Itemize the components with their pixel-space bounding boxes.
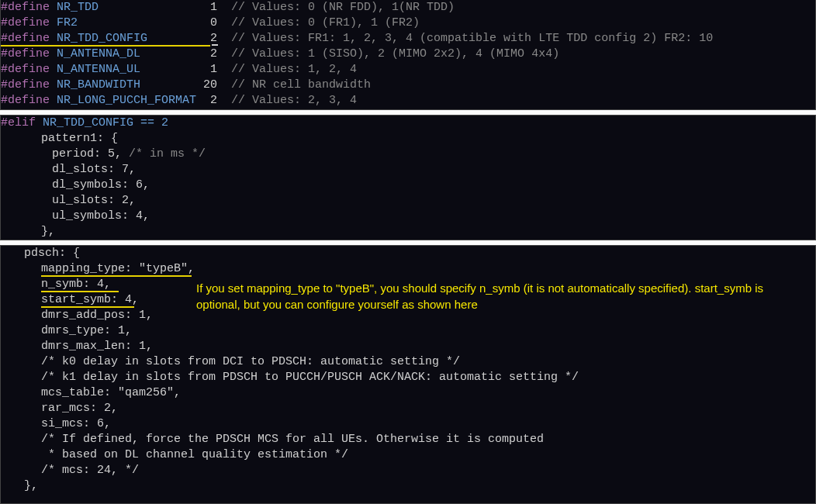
define-name: NR_LONG_PUCCH_FORMAT	[57, 94, 203, 107]
define-keyword: #define	[1, 1, 57, 14]
pdsch-comment-mcs-val: /* mcs: 24, */	[1, 463, 815, 478]
define-keyword: #define	[1, 47, 57, 60]
define-value: 20	[203, 78, 231, 91]
define-comment: // NR cell bandwidth	[231, 78, 371, 91]
elif-keyword: #elif	[1, 116, 36, 129]
define-value: 2	[203, 47, 231, 60]
pdsch-si-mcs: si_mcs: 6,	[1, 416, 815, 432]
define-comment: // Values: 0 (NR FDD), 1(NR TDD)	[231, 1, 455, 14]
define-row: #define NR_LONG_PUCCH_FORMAT 2 // Values…	[1, 93, 815, 109]
annotation-text: If you set mapping_type to "typeB", you …	[196, 280, 801, 312]
define-comment: // Values: 1, 2, 4	[231, 63, 357, 76]
pdsch-panel: pdsch: { mapping_type: "typeB", n_symb: …	[0, 245, 816, 504]
define-value: 0	[203, 16, 231, 29]
pdsch-comment-k0: /* k0 delay in slots from DCI to PDSCH: …	[1, 354, 815, 370]
define-name: NR_TDD_CONFIG	[57, 32, 203, 45]
pattern1-period-comment: /* in ms */	[129, 147, 206, 161]
define-comment: // Values: 2, 3, 4	[231, 94, 357, 107]
pdsch-mcs-table: mcs_table: "qam256",	[1, 385, 815, 401]
define-keyword: #define	[1, 16, 57, 29]
define-row: #define NR_TDD_CONFIG 2 // Values: FR1: …	[1, 31, 815, 47]
pdsch-open: pdsch: {	[1, 246, 815, 261]
defines-panel: #define NR_TDD 1 // Values: 0 (NR FDD), …	[0, 0, 816, 110]
pdsch-comment-mcs-a: /* If defined, force the PDSCH MCS for a…	[1, 432, 815, 447]
define-name: NR_TDD	[57, 1, 203, 14]
define-name: N_ANTENNA_UL	[57, 63, 203, 76]
define-row: #define NR_TDD 1 // Values: 0 (NR FDD), …	[1, 0, 815, 16]
define-value: 1	[203, 63, 231, 76]
define-row: #define N_ANTENNA_DL 2 // Values: 1 (SIS…	[1, 47, 815, 62]
pattern1-open: pattern1: {	[1, 131, 815, 147]
pattern1-close: },	[1, 224, 815, 240]
pattern1-dl-slots: dl_slots: 7,	[1, 162, 815, 178]
define-comment: // Values: 1 (SISO), 2 (MIMO 2x2), 4 (MI…	[231, 47, 559, 60]
define-value: 2	[203, 94, 231, 107]
define-keyword: #define	[1, 78, 57, 91]
define-value: 1	[203, 1, 231, 14]
pdsch-close: },	[1, 478, 815, 494]
elif-panel: #elif NR_TDD_CONFIG == 2 pattern1: { per…	[0, 115, 816, 240]
define-name: NR_BANDWIDTH	[57, 78, 203, 91]
define-row: #define FR2 0 // Values: 0 (FR1), 1 (FR2…	[1, 16, 815, 31]
define-row: #define NR_BANDWIDTH 20 // NR cell bandw…	[1, 78, 815, 93]
pattern1-period: period: 5, /* in ms */	[1, 147, 815, 162]
pdsch-mapping-type: mapping_type: "typeB",	[1, 261, 815, 277]
define-value: 2	[203, 32, 231, 45]
define-keyword: #define	[1, 63, 57, 76]
pdsch-rar-mcs: rar_mcs: 2,	[1, 401, 815, 416]
pattern1-dl-symbols: dl_symbols: 6,	[1, 178, 815, 193]
define-row: #define N_ANTENNA_UL 1 // Values: 1, 2, …	[1, 62, 815, 78]
define-keyword: #define	[1, 94, 57, 107]
define-keyword: #define	[1, 32, 57, 45]
pattern1-period-kv: period: 5,	[52, 147, 129, 161]
pdsch-comment-k1: /* k1 delay in slots from PDSCH to PUCCH…	[1, 370, 815, 385]
pattern1-ul-symbols: ul_symbols: 4,	[1, 209, 815, 224]
define-comment: // Values: FR1: 1, 2, 3, 4 (compatible w…	[231, 32, 713, 45]
define-name: N_ANTENNA_DL	[57, 47, 203, 60]
pdsch-comment-mcs-b: * based on DL channel quality estimation…	[1, 447, 815, 463]
pdsch-dmrs-max-len: dmrs_max_len: 1,	[1, 339, 815, 354]
elif-condition: NR_TDD_CONFIG == 2	[36, 116, 168, 129]
define-comment: // Values: 0 (FR1), 1 (FR2)	[231, 16, 420, 29]
pdsch-dmrs-type: dmrs_type: 1,	[1, 323, 815, 339]
pattern1-ul-slots: ul_slots: 2,	[1, 193, 815, 209]
define-name: FR2	[57, 16, 203, 29]
